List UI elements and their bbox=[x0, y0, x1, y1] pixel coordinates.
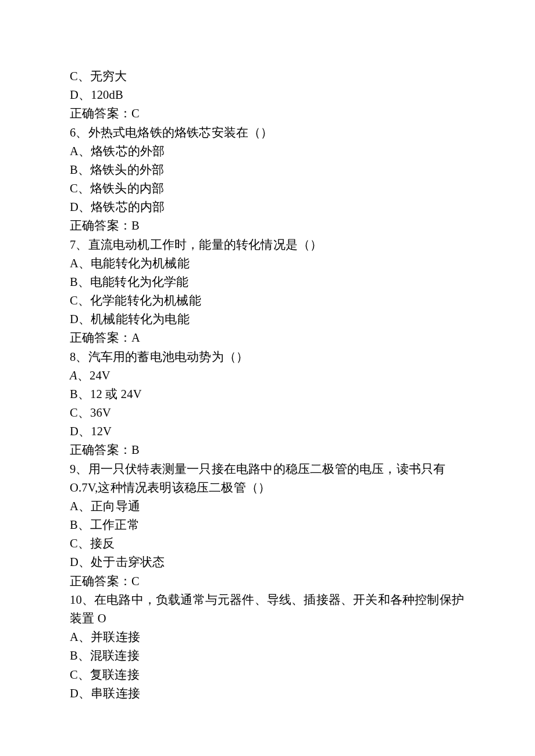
q9-stem-line2: O.7V,这种情况表明该稳压二极管（） bbox=[70, 478, 465, 497]
q8-stem: 8、汽车用的蓄电池电动势为（） bbox=[70, 347, 465, 366]
q8-option-a-letter: A bbox=[70, 369, 77, 382]
q6-option-a: A、烙铁芯的外部 bbox=[70, 142, 465, 160]
q8-option-d: D、12V bbox=[70, 422, 465, 440]
q8-option-b: B、12 或 24V bbox=[70, 385, 465, 403]
q9-option-a: A、正向导通 bbox=[70, 497, 465, 515]
q6-option-b: B、烙铁头的外部 bbox=[70, 160, 465, 179]
q6-answer: 正确答案：B bbox=[70, 216, 465, 235]
q7-option-b: B、电能转化为化学能 bbox=[70, 273, 465, 291]
q10-option-d: D、串联连接 bbox=[70, 684, 465, 703]
q8-answer: 正确答案：B bbox=[70, 440, 465, 459]
q6-option-d: D、烙铁芯的内部 bbox=[70, 198, 465, 216]
q7-stem: 7、直流电动机工作时，能量的转化情况是（） bbox=[70, 235, 465, 254]
q8-option-c: C、36V bbox=[70, 403, 465, 422]
q10-option-c: C、复联连接 bbox=[70, 665, 465, 684]
q8-option-a: A、24V bbox=[70, 366, 465, 385]
document-page: C、无穷大 D、120dB 正确答案：C 6、外热式电烙铁的烙铁芯安装在（） A… bbox=[0, 0, 535, 756]
q10-stem-line2: 装置 O bbox=[70, 609, 465, 628]
q5-answer: 正确答案：C bbox=[70, 104, 465, 123]
q5-option-c: C、无穷大 bbox=[70, 67, 465, 85]
q9-answer: 正确答案：C bbox=[70, 572, 465, 590]
q9-option-c: C、接反 bbox=[70, 534, 465, 553]
q10-option-b: B、混联连接 bbox=[70, 646, 465, 665]
q8-option-a-rest: 、24V bbox=[77, 369, 110, 382]
q7-option-a: A、电能转化为机械能 bbox=[70, 254, 465, 273]
q6-stem: 6、外热式电烙铁的烙铁芯安装在（） bbox=[70, 123, 465, 142]
q9-option-b: B、工作正常 bbox=[70, 515, 465, 534]
q7-option-c: C、化学能转化为机械能 bbox=[70, 291, 465, 310]
q9-stem-line1: 9、用一只伏特表测量一只接在电路中的稳压二极管的电压，读书只有 bbox=[70, 460, 465, 478]
q10-stem-line1: 10、在电路中，负载通常与元器件、导线、插接器、开关和各种控制保护 bbox=[70, 590, 465, 609]
q9-option-d: D、处于击穿状态 bbox=[70, 553, 465, 571]
q6-option-c: C、烙铁头的内部 bbox=[70, 179, 465, 198]
q10-option-a: A、并联连接 bbox=[70, 628, 465, 646]
q7-answer: 正确答案：A bbox=[70, 328, 465, 347]
q5-option-d: D、120dB bbox=[70, 85, 465, 104]
q7-option-d: D、机械能转化为电能 bbox=[70, 310, 465, 328]
